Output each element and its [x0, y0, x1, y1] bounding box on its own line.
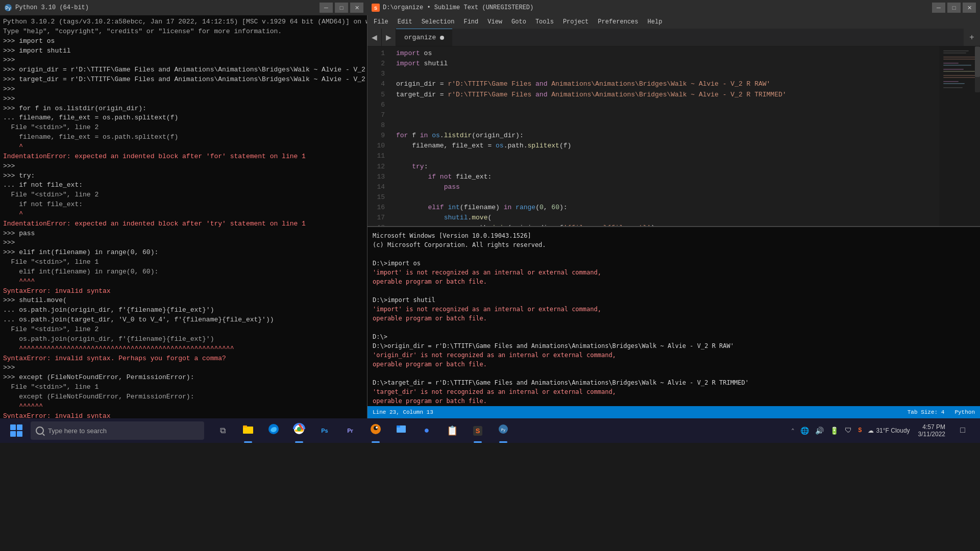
tab-prev-button[interactable]: ◀ [368, 29, 382, 46]
tab-modified-dot [440, 36, 444, 40]
taskbar-sublime[interactable]: S [465, 418, 490, 443]
task-view-icon: ⧉ [220, 426, 226, 436]
taskbar-task-view[interactable]: ⧉ [210, 418, 235, 443]
premiere-icon: Pr [347, 428, 353, 434]
taskbar-chrome2[interactable]: ● [414, 418, 439, 443]
menu-item-project[interactable]: Project [559, 17, 593, 27]
python-icon: Py [4, 4, 12, 12]
menu-item-selection[interactable]: Selection [418, 17, 459, 27]
taskbar-search-bar[interactable]: Type here to search [31, 421, 204, 440]
photoshop-icon: Ps [321, 428, 328, 434]
taskbar-premiere[interactable]: Pr [338, 418, 362, 443]
menu-item-find[interactable]: Find [459, 17, 482, 27]
taskbar-file-explorer[interactable] [236, 418, 260, 443]
clock-widget[interactable]: 4:57 PM 3/11/2022 [914, 423, 949, 438]
svg-rect-12 [943, 71, 975, 72]
taskbar-chrome[interactable] [287, 418, 311, 443]
tab-spacer [452, 29, 964, 46]
code-editor-area: 1234567891011121314151617181920212223 im… [368, 46, 980, 226]
menu-item-tools[interactable]: Tools [531, 17, 558, 27]
svg-rect-16 [943, 83, 965, 84]
chrome2-icon: ● [424, 425, 430, 436]
file-explorer-icon [242, 423, 254, 438]
taskbar-app-icons: ⧉ [210, 418, 516, 443]
menu-item-file[interactable]: File [370, 17, 393, 27]
python-maximize-button[interactable]: □ [335, 3, 348, 13]
main-content-area: Python 3.10.2 (tags/v3.10.2:a58ebcc, Jan… [0, 15, 980, 418]
menu-item-goto[interactable]: Goto [507, 17, 530, 27]
taskbar-python-icon: Py [498, 423, 509, 438]
svg-rect-7 [943, 57, 978, 58]
menu-item-preferences[interactable]: Preferences [594, 17, 642, 27]
line-numbers-gutter: 1234567891011121314151617181920212223 [368, 46, 389, 226]
start-button[interactable] [4, 418, 29, 443]
svg-rect-14 [943, 77, 979, 78]
taskbar-search-icon [36, 427, 44, 435]
taskbar-files-app[interactable] [389, 418, 413, 443]
svg-rect-11 [943, 69, 964, 70]
svg-rect-8 [943, 59, 979, 60]
code-editor-content[interactable]: import osimport shutil origin_dir = r'D:… [392, 46, 939, 226]
status-line-col: Line 23, Column 13 [373, 409, 433, 415]
svg-rect-29 [397, 425, 400, 428]
taskbar-python[interactable]: Py [491, 418, 516, 443]
svg-text:Py: Py [501, 428, 505, 432]
taskbar-blender[interactable] [363, 418, 388, 443]
sublime-statusbar: Line 23, Column 13 Tab Size: 4 Python [368, 406, 980, 418]
svg-rect-21 [243, 425, 247, 428]
svg-rect-15 [943, 81, 959, 82]
taskbar-search-placeholder: Type here to search [48, 427, 107, 435]
sublime-maximize-button[interactable]: □ [947, 3, 961, 13]
edge-icon [267, 423, 280, 438]
taskbar-edge[interactable] [261, 418, 286, 443]
new-tab-button[interactable]: + [964, 29, 980, 46]
menu-item-edit[interactable]: Edit [394, 17, 416, 27]
tray-volume-icon[interactable]: 🔊 [813, 424, 826, 437]
python-window-title: Python 3.10 (64-bit) [15, 4, 320, 11]
gutter-marker-area [389, 46, 392, 226]
chrome-icon [293, 423, 305, 438]
tray-antivirus-icon[interactable]: 🛡 [843, 424, 854, 437]
svg-text:Py: Py [6, 6, 11, 11]
sublime-icon: S [372, 4, 380, 12]
python-window-controls: ─ □ ✕ [320, 3, 363, 13]
sublime-minimize-button[interactable]: ─ [932, 3, 945, 13]
clock-time: 4:57 PM [918, 423, 945, 431]
tray-chevron-icon[interactable]: ⌃ [789, 425, 796, 436]
svg-rect-6 [943, 53, 966, 54]
weather-icon: ☁ [868, 427, 874, 434]
minimap [939, 46, 980, 226]
python-console-output[interactable]: Python 3.10.2 (tags/v3.10.2:a58ebcc, Jan… [0, 15, 367, 418]
windows-logo-icon [10, 424, 22, 437]
files-icon [396, 423, 407, 438]
system-tray: ⌃ 🌐 🔊 🔋 🛡 S ☁ 31°F Cloudy 4:57 PM 3/11/2… [789, 418, 976, 443]
python-minimize-button[interactable]: ─ [320, 3, 333, 13]
sublime-active-tab[interactable]: organize [396, 29, 452, 46]
svg-text:S: S [374, 6, 377, 11]
taskbar-photoshop[interactable]: Ps [312, 418, 337, 443]
sublime-window-title: D:\organize • Sublime Text (UNREGISTERED… [383, 4, 932, 11]
menu-item-help[interactable]: Help [644, 17, 667, 27]
svg-rect-4 [939, 46, 980, 226]
taskbar-office[interactable]: 📋 [440, 418, 464, 443]
sublime-window: FileEditSelectionFindViewGotoToolsProjec… [368, 15, 980, 418]
taskbar: Type here to search ⧉ [0, 418, 980, 443]
terminal-output[interactable]: Microsoft Windows [Version 10.0.19043.15… [368, 227, 980, 406]
tray-battery-icon[interactable]: 🔋 [828, 424, 841, 437]
python-close-button[interactable]: ✕ [350, 3, 363, 13]
tray-app1-icon[interactable]: S [856, 425, 864, 436]
weather-widget[interactable]: ☁ 31°F Cloudy [868, 427, 910, 434]
svg-point-24 [297, 427, 301, 431]
menu-item-view[interactable]: View [483, 17, 506, 27]
notification-center-button[interactable]: □ [953, 418, 972, 443]
blender-icon [370, 423, 382, 438]
tab-next-button[interactable]: ▶ [382, 29, 396, 46]
sublime-tabbar: ◀ ▶ organize + [368, 29, 980, 46]
tray-network-icon[interactable]: 🌐 [798, 424, 811, 437]
svg-rect-9 [943, 63, 959, 64]
svg-rect-10 [943, 65, 971, 66]
status-syntax: Python [954, 409, 975, 415]
sublime-close-button[interactable]: ✕ [963, 3, 976, 13]
sublime-titlebar: S D:\organize • Sublime Text (UNREGISTER… [368, 0, 980, 15]
svg-rect-13 [943, 75, 979, 76]
